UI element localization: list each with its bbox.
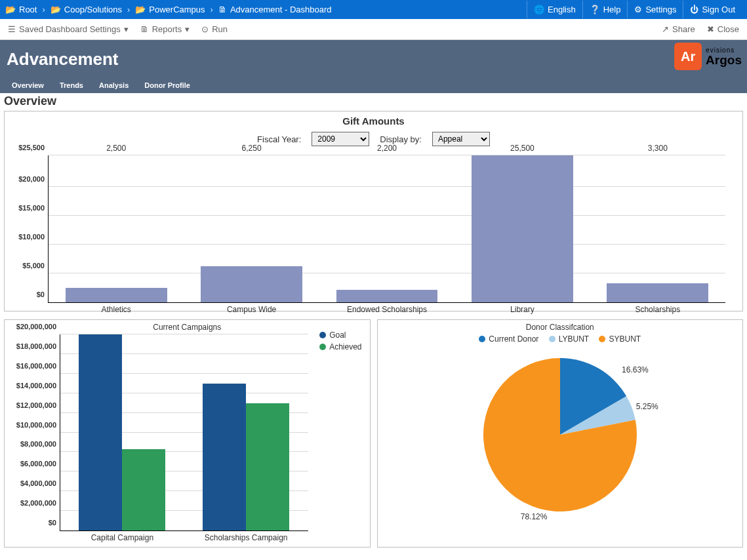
y-axis-label: $25,500	[18, 144, 49, 151]
chart-bar[interactable]	[66, 288, 167, 302]
chart-bar[interactable]	[472, 155, 573, 302]
legend-swatch-icon	[319, 344, 326, 350]
gift-amounts-chart: $0$5,000$10,000$15,000$20,000$25,5002,50…	[9, 155, 738, 303]
caret-down-icon: ▾	[124, 24, 129, 34]
tab-overview[interactable]: Overview	[4, 79, 52, 93]
x-axis-label: Capital Campaign	[56, 530, 188, 542]
bar-value-label: 2,500	[106, 144, 126, 288]
gear-icon: ⚙	[634, 5, 642, 14]
folder-open-icon: 📂	[50, 5, 61, 14]
campaigns-title: Current Campaigns	[7, 323, 367, 332]
pie-label-cd: 16.63%	[622, 365, 649, 374]
y-axis-label: $20,000	[18, 175, 49, 183]
share-button[interactable]: ↗Share	[662, 24, 695, 34]
x-axis-label: Endowed Scholarships	[321, 302, 453, 314]
y-axis-label: $0	[49, 519, 60, 527]
signout-label: Sign Out	[702, 5, 735, 14]
legend-achieved: Achieved	[319, 342, 361, 351]
chevron-right-icon: ›	[42, 5, 45, 14]
logo: Ar evisions Argos	[674, 43, 742, 70]
x-axis-label: Scholarships Campaign	[180, 530, 312, 542]
saved-dashboard-button[interactable]: ☰Saved Dashboard Settings▾	[8, 24, 129, 34]
signout-button[interactable]: ⏻Sign Out	[683, 1, 742, 18]
gift-amounts-panel: Gift Amounts Fiscal Year: 2009 Display b…	[4, 111, 743, 311]
chart-bar[interactable]	[79, 334, 122, 530]
reports-button[interactable]: 🗎Reports▾	[140, 24, 190, 34]
breadcrumb-coop[interactable]: 📂Coop/Solutions	[50, 5, 122, 14]
y-axis-label: $8,000,000	[20, 440, 60, 448]
legend-lybunt: LYBUNT	[549, 334, 589, 344]
breadcrumb-label: Advancement - Dashboard	[230, 5, 332, 14]
title-bar: Advancement Ar evisions Argos	[0, 40, 747, 79]
chevron-right-icon: ›	[127, 5, 130, 14]
chart-bar[interactable]	[607, 283, 708, 302]
share-label: Share	[672, 24, 695, 34]
y-axis-label: $6,000,000	[20, 460, 60, 468]
fiscal-year-select[interactable]: 2009	[312, 132, 369, 146]
top-bar: 📂Root › 📂Coop/Solutions › 📂PowerCampus ›…	[0, 0, 747, 19]
display-by-select[interactable]: Appeal	[432, 132, 490, 146]
toolbar: ☰Saved Dashboard Settings▾ 🗎Reports▾ ⊙Ru…	[0, 19, 747, 40]
breadcrumb-label: Root	[19, 5, 37, 14]
donor-title: Donor Classifcation	[380, 323, 740, 332]
y-axis-label: $18,000,000	[16, 342, 60, 350]
legend-goal-label: Goal	[329, 330, 346, 340]
chart-bar[interactable]	[246, 403, 289, 530]
pie-label-sy: 78.12%	[521, 512, 548, 521]
y-axis-label: $15,000	[18, 204, 49, 212]
close-button[interactable]: ✖Close	[707, 24, 739, 34]
breadcrumb-label: PowerCampus	[149, 5, 205, 14]
saved-label: Saved Dashboard Settings	[19, 24, 121, 34]
tabs: Overview Trends Analysis Donor Profile	[0, 79, 747, 93]
power-icon: ⏻	[690, 5, 698, 14]
folder-open-icon: 📂	[5, 5, 16, 14]
legend-swatch-icon	[479, 336, 485, 342]
y-axis-label: $10,000	[18, 233, 49, 241]
english-label: English	[548, 5, 576, 14]
y-axis-label: $4,000,000	[20, 479, 60, 487]
chart-bar[interactable]	[201, 266, 302, 302]
campaigns-legend: Goal Achieved	[319, 330, 361, 354]
display-by-label: Display by:	[380, 134, 422, 144]
breadcrumb-root[interactable]: 📂Root	[5, 5, 37, 14]
tab-donor[interactable]: Donor Profile	[136, 79, 198, 93]
list-icon: ☰	[8, 24, 16, 34]
run-button[interactable]: ⊙Run	[201, 24, 228, 34]
chart-bar[interactable]	[336, 290, 438, 302]
settings-label: Settings	[645, 5, 676, 14]
legend-sy-label: SYBUNT	[609, 334, 641, 344]
legend-goal: Goal	[319, 330, 361, 340]
logo-text: evisions Argos	[706, 47, 742, 66]
legend-swatch-icon	[599, 336, 605, 342]
donor-panel: Donor Classifcation Current Donor LYBUNT…	[377, 319, 744, 548]
legend-achieved-label: Achieved	[329, 342, 361, 351]
section-title: Overview	[4, 94, 743, 108]
x-axis-label: Campus Wide	[186, 302, 317, 314]
y-axis-label: $12,000,000	[16, 401, 60, 409]
y-axis-label: $16,000,000	[16, 362, 60, 370]
tab-trends[interactable]: Trends	[52, 79, 91, 93]
file-icon: 🗎	[140, 24, 149, 34]
close-label: Close	[717, 24, 739, 34]
breadcrumb-dashboard[interactable]: 🗎Advancement - Dashboard	[218, 5, 332, 14]
x-axis-label: Athletics	[50, 302, 182, 314]
breadcrumb-powercampus[interactable]: 📂PowerCampus	[135, 5, 205, 14]
bar-value-label: 25,500	[510, 144, 535, 155]
help-button[interactable]: ❔Help	[582, 1, 628, 18]
chart-bar[interactable]	[122, 449, 165, 530]
bar-value-label: 3,300	[648, 144, 668, 283]
run-label: Run	[212, 24, 228, 34]
help-icon: ❔	[590, 5, 600, 14]
english-button[interactable]: 🌐English	[527, 1, 582, 18]
legend-swatch-icon	[549, 336, 555, 342]
play-icon: ⊙	[201, 24, 209, 34]
tab-analysis[interactable]: Analysis	[91, 79, 136, 93]
chart-bar[interactable]	[203, 384, 246, 530]
settings-button[interactable]: ⚙Settings	[627, 1, 683, 18]
chevron-right-icon: ›	[211, 5, 213, 14]
breadcrumb-label: Coop/Solutions	[64, 5, 122, 14]
x-axis-label: Library	[456, 302, 588, 314]
breadcrumb: 📂Root › 📂Coop/Solutions › 📂PowerCampus ›…	[5, 5, 527, 14]
y-axis-label: $20,000,000	[16, 323, 60, 330]
donor-legend: Current Donor LYBUNT SYBUNT	[380, 334, 740, 344]
